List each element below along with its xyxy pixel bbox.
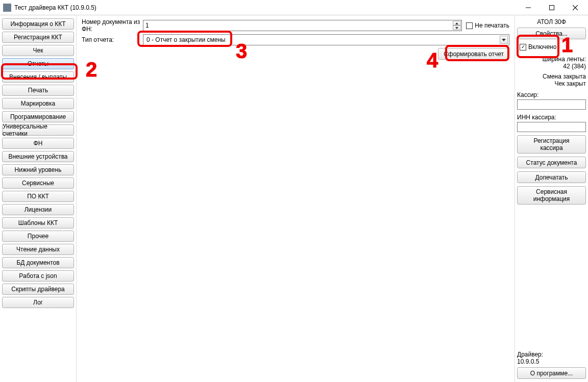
nav-templates-kkt[interactable]: Шаблоны ККТ: [2, 217, 74, 228]
reprint-button[interactable]: Допечатать: [517, 171, 586, 183]
nav-registration-kkt[interactable]: Регистрация ККТ: [2, 32, 74, 43]
app-icon: [3, 4, 11, 12]
cashier-inn-input[interactable]: [517, 122, 586, 132]
check-status: Чек закрыт: [517, 80, 586, 87]
enabled-label: Включено: [528, 43, 556, 50]
driver-label: Драйвер:: [517, 351, 586, 358]
nav-driver-scripts[interactable]: Скрипты драйвера: [2, 284, 74, 295]
nav-info-kkt[interactable]: Информация о ККТ: [2, 18, 74, 30]
cashier-inn-label: ИНН кассира:: [517, 114, 586, 121]
spin-up-button[interactable]: [453, 21, 461, 26]
svg-rect-0: [550, 5, 554, 10]
minimize-button[interactable]: [517, 0, 540, 15]
enabled-checkbox[interactable]: [520, 44, 526, 50]
report-type-label: Тип отчета:: [82, 36, 143, 43]
nav-other[interactable]: Прочее: [2, 231, 74, 242]
nav-reports[interactable]: Отчеты: [2, 58, 74, 69]
service-info-button[interactable]: Сервисная информация: [517, 186, 586, 205]
document-status-button[interactable]: Статус документа: [517, 157, 586, 168]
doc-number-value: 1: [145, 22, 149, 29]
shift-status: Смена закрыта: [517, 73, 586, 80]
nav-print[interactable]: Печать: [2, 85, 74, 96]
cashier-label: Кассир:: [517, 91, 586, 98]
main-panel: Номер документа из ФН: 1 Не печатать Тип…: [77, 15, 514, 382]
generate-report-button[interactable]: Сформировать отчет: [438, 48, 509, 60]
nav-db-documents[interactable]: БД документов: [2, 257, 74, 268]
tape-width-value: 42 (384): [517, 63, 586, 70]
sidebar: Информация о ККТ Регистрация ККТ Чек Отч…: [0, 15, 77, 382]
right-panel: АТОЛ 30Ф Свойства... Включено Ширина лен…: [514, 15, 588, 382]
report-type-combo[interactable]: 0 - Отчет о закрытии смены: [143, 34, 509, 45]
spin-down-button[interactable]: [453, 26, 461, 30]
about-button[interactable]: О программе...: [517, 367, 586, 379]
nav-deposits-withdrawals[interactable]: Внесения / выплаты: [2, 71, 74, 83]
window-title: Тест драйвера ККТ (10.9.0.5): [14, 4, 517, 11]
doc-number-label: Номер документа из ФН:: [82, 18, 143, 33]
nav-fn[interactable]: ФН: [2, 138, 74, 149]
nav-service[interactable]: Сервисные: [2, 177, 74, 189]
nav-po-kkt[interactable]: ПО ККТ: [2, 191, 74, 202]
nav-external-devices[interactable]: Внешние устройства: [2, 151, 74, 162]
driver-version: 10.9.0.5: [517, 358, 586, 365]
nav-low-level[interactable]: Нижний уровень: [2, 164, 74, 175]
cashier-input[interactable]: [517, 99, 586, 110]
nav-marking[interactable]: Маркировка: [2, 98, 74, 109]
chevron-down-icon[interactable]: [500, 36, 508, 44]
doc-number-input[interactable]: 1: [143, 20, 462, 31]
nav-log[interactable]: Лог: [2, 297, 74, 308]
tape-width-label: Ширина ленты:: [517, 56, 586, 63]
device-name: АТОЛ 30Ф: [517, 18, 586, 26]
no-print-checkbox[interactable]: [466, 22, 473, 29]
no-print-label: Не печатать: [475, 22, 509, 29]
close-button[interactable]: [564, 0, 587, 15]
report-type-value: 0 - Отчет о закрытии смены: [146, 36, 226, 43]
nav-licenses[interactable]: Лицензии: [2, 204, 74, 215]
register-cashier-button[interactable]: Регистрация кассира: [517, 135, 586, 154]
nav-check[interactable]: Чек: [2, 45, 74, 56]
nav-work-json[interactable]: Работа с json: [2, 270, 74, 282]
nav-read-data[interactable]: Чтение данных: [2, 244, 74, 255]
nav-programming[interactable]: Программирование: [2, 111, 74, 122]
nav-universal-counters[interactable]: Универсальные счетчики: [2, 124, 74, 136]
maximize-button[interactable]: [540, 0, 564, 15]
properties-button[interactable]: Свойства...: [517, 28, 586, 39]
